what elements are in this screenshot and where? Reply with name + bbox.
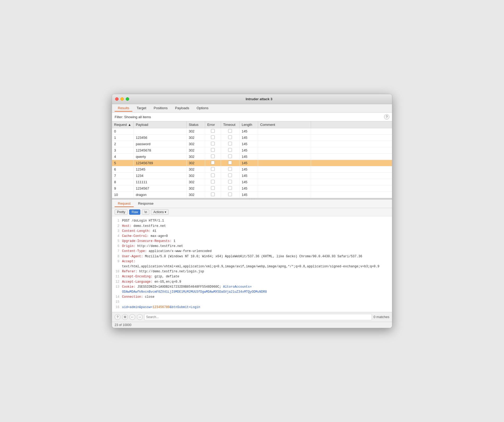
- window-title: Intruder attack 3: [129, 97, 389, 101]
- error-checkbox[interactable]: [211, 180, 215, 184]
- cell-extra: [311, 128, 392, 135]
- error-checkbox[interactable]: [211, 167, 215, 171]
- cell-comment: [258, 179, 311, 185]
- minimize-button[interactable]: [120, 97, 124, 101]
- cell-extra: [311, 135, 392, 141]
- cell-request: 2: [112, 141, 133, 147]
- col-timeout[interactable]: Timeout: [221, 121, 239, 128]
- cell-timeout: [221, 179, 239, 185]
- cell-error: [205, 141, 221, 147]
- actions-button[interactable]: Actions ▾: [151, 209, 168, 215]
- forward-button[interactable]: →: [137, 314, 143, 320]
- table-row[interactable]: 3 12345678 302 145: [112, 147, 392, 154]
- help-icon-button[interactable]: ?: [115, 314, 120, 320]
- cell-extra: [311, 154, 392, 160]
- table-row[interactable]: 7 1234 302 145: [112, 173, 392, 179]
- main-tabs: Results Target Positions Payloads Option…: [112, 104, 392, 113]
- cell-comment: [258, 147, 311, 154]
- timeout-checkbox[interactable]: [228, 129, 232, 133]
- error-checkbox[interactable]: [211, 129, 215, 133]
- maximize-button[interactable]: [126, 97, 129, 101]
- error-checkbox[interactable]: [211, 173, 215, 177]
- table-row[interactable]: 10 dragon 302 145: [112, 192, 392, 198]
- timeout-checkbox[interactable]: [228, 148, 232, 152]
- cell-length: 145: [239, 147, 258, 154]
- close-button[interactable]: [115, 97, 119, 101]
- tab-payloads[interactable]: Payloads: [172, 105, 192, 112]
- tab-response[interactable]: Response: [135, 200, 157, 207]
- tab-request[interactable]: Request: [115, 200, 134, 207]
- col-length[interactable]: Length: [239, 121, 258, 128]
- timeout-checkbox[interactable]: [228, 180, 232, 184]
- cell-comment: [258, 128, 311, 135]
- cell-payload: dragon: [133, 192, 186, 198]
- tab-target[interactable]: Target: [133, 105, 149, 112]
- error-checkbox[interactable]: [211, 148, 215, 152]
- matches-count: 0 matches: [374, 315, 389, 319]
- error-checkbox[interactable]: [211, 186, 215, 190]
- tab-results[interactable]: Results: [115, 105, 132, 112]
- cell-length: 145: [239, 154, 258, 160]
- timeout-checkbox[interactable]: [228, 135, 232, 139]
- cell-status: 302: [186, 154, 205, 160]
- col-comment[interactable]: Comment: [258, 121, 311, 128]
- cell-request: 3: [112, 147, 133, 154]
- error-checkbox[interactable]: [211, 142, 215, 145]
- col-request[interactable]: Request ▲: [112, 121, 133, 128]
- settings-icon-button[interactable]: ⚙: [122, 314, 128, 320]
- cell-length: 145: [239, 160, 258, 166]
- table-row[interactable]: 2 password 302 145: [112, 141, 392, 147]
- back-button[interactable]: ←: [129, 314, 135, 320]
- search-input[interactable]: [144, 314, 372, 320]
- table-row[interactable]: 9 1234567 302 145: [112, 185, 392, 192]
- cell-length: 145: [239, 173, 258, 179]
- results-table: Request ▲ Payload Status Error Timeout L…: [112, 121, 392, 198]
- error-checkbox[interactable]: [211, 192, 215, 196]
- chevron-down-icon: ▾: [165, 210, 166, 214]
- cell-payload: 123456: [133, 135, 186, 141]
- tab-options[interactable]: Options: [194, 105, 212, 112]
- cell-comment: [258, 166, 311, 173]
- editor-line-9: 9 Accept:: [115, 259, 389, 264]
- cell-timeout: [221, 128, 239, 135]
- timeout-checkbox[interactable]: [228, 161, 232, 164]
- timeout-checkbox[interactable]: [228, 167, 232, 171]
- table-row[interactable]: 8 111111 302 145: [112, 179, 392, 185]
- newline-button[interactable]: \n: [142, 209, 149, 215]
- timeout-checkbox[interactable]: [228, 192, 232, 196]
- cell-timeout: [221, 147, 239, 154]
- pretty-button[interactable]: Pretty: [115, 209, 128, 215]
- raw-button[interactable]: Raw: [129, 209, 140, 215]
- editor-line-15: 15: [115, 300, 389, 305]
- filter-help-button[interactable]: ?: [384, 114, 389, 120]
- cell-payload: 1234567: [133, 185, 186, 192]
- table-row[interactable]: 4 qwerty 302 145: [112, 154, 392, 160]
- table-row[interactable]: 6 12345 302 145: [112, 166, 392, 173]
- table-row[interactable]: 5 123456789 302 145: [112, 160, 392, 166]
- cell-payload: 111111: [133, 179, 186, 185]
- tab-positions[interactable]: Positions: [151, 105, 171, 112]
- timeout-checkbox[interactable]: [228, 142, 232, 145]
- table-row[interactable]: 1 123456 302 145: [112, 135, 392, 141]
- error-checkbox[interactable]: [211, 154, 215, 158]
- col-status[interactable]: Status: [186, 121, 205, 128]
- col-payload[interactable]: Payload: [133, 121, 186, 128]
- cell-extra: [311, 185, 392, 192]
- cell-request: 8: [112, 179, 133, 185]
- error-checkbox[interactable]: [211, 135, 215, 139]
- timeout-checkbox[interactable]: [228, 154, 232, 158]
- col-error[interactable]: Error: [205, 121, 221, 128]
- error-checkbox[interactable]: [211, 161, 215, 164]
- cell-status: 302: [186, 166, 205, 173]
- timeout-checkbox[interactable]: [228, 173, 232, 177]
- timeout-checkbox[interactable]: [228, 186, 232, 190]
- cell-request: 4: [112, 154, 133, 160]
- editor-line-2: 2 Host: demo.testfire.net: [115, 224, 389, 229]
- cell-comment: [258, 154, 311, 160]
- cell-status: 302: [186, 173, 205, 179]
- cell-request: 6: [112, 166, 133, 173]
- cell-timeout: [221, 160, 239, 166]
- cell-extra: [311, 192, 392, 198]
- table-row[interactable]: 0 302 145: [112, 128, 392, 135]
- editor-line-5: 5 Upgrade-Insecure-Requests: 1: [115, 239, 389, 244]
